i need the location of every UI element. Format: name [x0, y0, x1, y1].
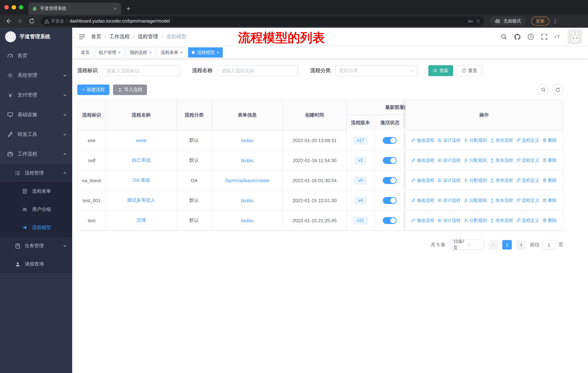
browser-tab[interactable]: 芋道管理系统 ×: [28, 2, 121, 15]
close-window-button[interactable]: [4, 5, 9, 10]
delete-link[interactable]: 删除: [543, 217, 557, 223]
process-name-link[interactable]: eeee: [136, 138, 147, 143]
back-icon[interactable]: [4, 16, 13, 26]
category-select[interactable]: 流程分类: [335, 65, 417, 76]
fullscreen-icon[interactable]: [541, 33, 548, 40]
security-warning[interactable]: 不安全: [44, 18, 64, 24]
tag-tenant[interactable]: 租户管理 ×: [95, 47, 124, 58]
next-page-button[interactable]: [516, 240, 526, 250]
process-name-link[interactable]: 测试多审批人: [127, 197, 155, 204]
process-definition-link[interactable]: 流程定义: [516, 157, 539, 163]
assign-rule-link[interactable]: 分配规则: [464, 217, 487, 223]
browser-menu-icon[interactable]: ⋮: [552, 18, 559, 24]
password-key-icon[interactable]: [468, 18, 473, 24]
minimize-window-button[interactable]: [12, 5, 16, 10]
sidebar-item-workflow[interactable]: 工作流程: [0, 144, 72, 164]
reload-icon[interactable]: [27, 16, 36, 26]
breadcrumb-item[interactable]: 工作流程: [109, 33, 130, 40]
close-icon[interactable]: ×: [217, 50, 219, 55]
assign-rule-link[interactable]: 分配规则: [464, 177, 487, 183]
font-size-icon[interactable]: TT: [554, 33, 561, 40]
sidebar-item-process-management[interactable]: 流程管理: [0, 164, 72, 182]
active-toggle[interactable]: [383, 197, 397, 204]
address-bar[interactable]: 不安全 dashboard.yudao.iocoder.cn/bpm/manag…: [41, 16, 484, 26]
delete-link[interactable]: 删除: [543, 177, 557, 183]
search-button[interactable]: 搜索: [428, 65, 453, 76]
publish-process-link[interactable]: 发布流程: [490, 157, 513, 163]
sidebar-item-payment[interactable]: ¥ 支付管理: [0, 85, 72, 105]
delete-link[interactable]: 删除: [543, 197, 557, 203]
bookmark-star-icon[interactable]: ☆: [476, 18, 481, 24]
design-process-link[interactable]: 设计流程: [438, 217, 461, 223]
forward-icon[interactable]: [15, 16, 25, 26]
process-name-input[interactable]: [217, 65, 298, 76]
tag-home[interactable]: 首页: [77, 47, 93, 58]
sidebar-item-process-model[interactable]: 流程模型: [0, 219, 72, 237]
sidebar-item-home[interactable]: 首页: [0, 46, 72, 66]
zoom-window-button[interactable]: [19, 5, 23, 10]
form-link[interactable]: /bpm/oa/leave/create: [225, 178, 269, 183]
process-definition-link[interactable]: 流程定义: [516, 137, 539, 143]
sidebar-item-user-group[interactable]: 用户分组: [0, 200, 72, 219]
sidebar-item-devtools[interactable]: 研发工具: [0, 125, 72, 144]
sidebar-item-task-management[interactable]: 任务管理: [0, 237, 72, 255]
publish-process-link[interactable]: 发布流程: [490, 177, 513, 183]
close-icon[interactable]: ×: [180, 50, 183, 55]
sidebar-item-infrastructure[interactable]: 基础设施: [0, 105, 72, 125]
prev-page-button[interactable]: [488, 240, 498, 250]
tag-process-form[interactable]: 流程表单 ×: [157, 47, 186, 58]
edit-process-link[interactable]: 修改流程: [411, 157, 434, 163]
process-name-link[interactable]: OA 请假: [133, 177, 150, 184]
breadcrumb-item[interactable]: 流程管理: [138, 33, 158, 40]
user-avatar[interactable]: [567, 30, 582, 44]
publish-process-link[interactable]: 发布流程: [490, 217, 513, 223]
new-tab-button[interactable]: +: [123, 4, 133, 14]
breadcrumb-item[interactable]: 首页: [91, 33, 101, 40]
delete-link[interactable]: 删除: [543, 157, 557, 163]
active-toggle[interactable]: [383, 217, 397, 224]
active-toggle[interactable]: [383, 137, 397, 144]
search-icon[interactable]: [500, 33, 507, 40]
form-link[interactable]: biubiu: [241, 138, 253, 143]
reset-button[interactable]: 重置: [457, 65, 482, 76]
sidebar-item-leave-query[interactable]: 请假查询: [0, 255, 72, 273]
create-process-button[interactable]: + 新建流程: [77, 84, 110, 95]
update-button[interactable]: 更新: [531, 17, 549, 26]
form-link[interactable]: biubiu: [241, 198, 253, 203]
process-definition-link[interactable]: 流程定义: [516, 197, 539, 203]
edit-process-link[interactable]: 修改流程: [411, 137, 434, 143]
tab-close-icon[interactable]: ×: [112, 6, 118, 11]
help-icon[interactable]: ?: [527, 33, 535, 40]
edit-process-link[interactable]: 修改流程: [411, 177, 434, 183]
assign-rule-link[interactable]: 分配规则: [464, 157, 487, 163]
delete-link[interactable]: 删除: [543, 137, 557, 143]
tag-process-model[interactable]: 流程模型 ×: [188, 47, 223, 58]
import-process-button[interactable]: 导入流程: [113, 84, 147, 95]
design-process-link[interactable]: 设计流程: [438, 177, 461, 183]
edit-process-link[interactable]: 修改流程: [411, 217, 434, 223]
process-definition-link[interactable]: 流程定义: [516, 217, 539, 223]
page-number-button[interactable]: 1: [502, 240, 512, 250]
assign-rule-link[interactable]: 分配规则: [464, 197, 487, 203]
hamburger-icon[interactable]: [78, 33, 86, 41]
assign-rule-link[interactable]: 分配规则: [464, 137, 487, 143]
active-toggle[interactable]: [383, 177, 397, 184]
process-name-link[interactable]: 滔博: [136, 217, 146, 224]
design-process-link[interactable]: 设计流程: [438, 157, 461, 163]
publish-process-link[interactable]: 发布流程: [490, 197, 513, 203]
process-definition-link[interactable]: 流程定义: [516, 177, 539, 183]
close-icon[interactable]: ×: [118, 50, 121, 55]
design-process-link[interactable]: 设计流程: [438, 137, 461, 143]
close-icon[interactable]: ×: [149, 50, 152, 55]
page-size-select[interactable]: 10条/页: [450, 240, 484, 250]
refresh-button[interactable]: [552, 84, 563, 95]
sidebar-item-process-form[interactable]: 流程表单: [0, 182, 72, 200]
edit-process-link[interactable]: 修改流程: [411, 197, 434, 203]
process-name-link[interactable]: 自己审批: [132, 157, 151, 163]
design-process-link[interactable]: 设计流程: [438, 197, 461, 203]
publish-process-link[interactable]: 发布流程: [490, 137, 513, 143]
sidebar-item-system[interactable]: 系统管理: [0, 66, 72, 85]
form-link[interactable]: biubiu: [241, 158, 253, 163]
active-toggle[interactable]: [383, 157, 397, 164]
tag-my-process[interactable]: 我的流程 ×: [126, 47, 155, 58]
